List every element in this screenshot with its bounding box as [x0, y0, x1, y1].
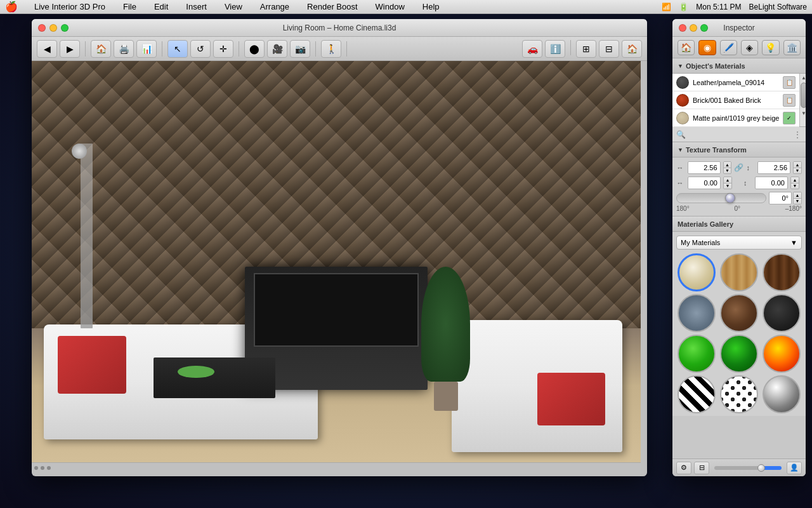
material-item-leather[interactable]: Leather/pamela_09014 📋: [672, 74, 799, 91]
tab-paint[interactable]: 🖊️: [720, 40, 737, 55]
menu-edit[interactable]: Edit: [150, 1, 172, 13]
tab-materials[interactable]: ◉: [698, 40, 716, 55]
material-item-matte[interactable]: Matte paint/1019 grey beige ✓: [672, 109, 799, 127]
plant: [421, 267, 470, 411]
offset-x-down[interactable]: ▼: [724, 184, 731, 189]
forward-button[interactable]: ▶: [60, 40, 80, 58]
menu-render-boost[interactable]: Render Boost: [303, 1, 362, 13]
materials-scrollbar[interactable]: ▲ ▼: [799, 74, 806, 126]
width-stepper[interactable]: ▲ ▼: [723, 161, 732, 174]
menu-arrange[interactable]: Arrange: [256, 1, 293, 13]
menubar: 🍎 Live Interior 3D Pro File Edit Insert …: [0, 0, 812, 14]
scroll-up-arrow[interactable]: ▲: [800, 74, 806, 81]
gallery-material-zebra[interactable]: [678, 375, 716, 413]
sofa-right[interactable]: [452, 320, 622, 451]
menu-help[interactable]: Help: [419, 1, 443, 13]
split-layout[interactable]: ⊟: [599, 40, 619, 58]
width-input[interactable]: 2.56: [688, 161, 721, 174]
tab-texture[interactable]: ◈: [741, 40, 758, 55]
rotation-input[interactable]: 0°: [769, 192, 792, 204]
height-input[interactable]: 2.56: [757, 161, 790, 174]
gallery-material-stone[interactable]: [678, 294, 716, 332]
camera-top[interactable]: 🎥: [267, 40, 287, 58]
rotate-tool[interactable]: ↺: [190, 40, 211, 58]
floorplan-button[interactable]: 🏠: [91, 40, 111, 58]
gallery-material-chrome[interactable]: [763, 375, 801, 413]
material-item-brick[interactable]: Brick/001 Baked Brick 📋: [672, 91, 799, 109]
gallery-material-brown-marble[interactable]: [720, 294, 758, 332]
close-button[interactable]: [38, 24, 46, 32]
gallery-material-wood-dark[interactable]: [763, 253, 801, 291]
inspector-traffic-lights: [679, 24, 708, 32]
fullscreen-layout[interactable]: ⊞: [576, 40, 596, 58]
toolbar-separator-2: [162, 41, 162, 57]
offset-y-down[interactable]: ▼: [791, 184, 799, 189]
tab-light[interactable]: 💡: [762, 40, 779, 55]
offset-x-input[interactable]: 0.00: [688, 177, 721, 189]
toolbar-separator-5: [346, 41, 347, 57]
menu-app[interactable]: Live Interior 3D Pro: [30, 1, 109, 13]
offset-y-up[interactable]: ▲: [791, 177, 799, 184]
apple-menu[interactable]: 🍎: [5, 1, 18, 13]
material-preview-matte: [676, 112, 689, 124]
gallery-material-green-bright[interactable]: [678, 335, 716, 373]
viewport[interactable]: [32, 61, 641, 472]
offset-y-stepper[interactable]: ▲ ▼: [790, 177, 799, 189]
offset-x-up[interactable]: ▲: [724, 177, 731, 184]
maximize-button[interactable]: [61, 24, 69, 32]
car-icon[interactable]: 🚗: [522, 40, 542, 58]
rotation-thumb[interactable]: [725, 193, 735, 203]
sphere-tool[interactable]: ⬤: [244, 40, 265, 58]
scene-button[interactable]: 🏠: [622, 40, 642, 58]
width-down[interactable]: ▼: [724, 168, 731, 174]
move-tool[interactable]: ✛: [213, 40, 233, 58]
inspector-minimize[interactable]: [690, 24, 697, 32]
gallery-dropdown[interactable]: My Materials ▼: [676, 236, 802, 250]
walk-button[interactable]: 🚶: [321, 40, 341, 58]
person-icon[interactable]: 👤: [787, 462, 802, 474]
gallery-material-wood-light[interactable]: [720, 253, 758, 291]
3dview-button[interactable]: 📊: [136, 40, 157, 58]
gallery-material-green-dark[interactable]: [720, 335, 758, 373]
rotation-slider[interactable]: [676, 193, 766, 203]
width-up[interactable]: ▲: [724, 162, 731, 168]
render-button[interactable]: 🖨️: [114, 40, 134, 58]
screenshot-button[interactable]: 📷: [290, 40, 310, 58]
height-down[interactable]: ▼: [794, 168, 801, 174]
coffee-table[interactable]: [154, 358, 275, 399]
info-button[interactable]: ℹ️: [545, 40, 565, 58]
tab-scene[interactable]: 🏛️: [783, 40, 801, 55]
height-stepper[interactable]: ▲ ▼: [793, 161, 802, 174]
rotation-up[interactable]: ▲: [794, 192, 801, 199]
minimize-button[interactable]: [49, 24, 57, 32]
add-material-button[interactable]: ⚙: [676, 462, 691, 474]
size-slider[interactable]: [714, 466, 782, 470]
gallery-material-dark[interactable]: [763, 294, 801, 332]
rotation-down[interactable]: ▼: [794, 199, 801, 204]
back-button[interactable]: ◀: [37, 40, 57, 58]
offset-y-input[interactable]: 0.00: [755, 177, 788, 189]
gallery-view-button[interactable]: ⊟: [694, 462, 709, 474]
size-slider-thumb[interactable]: [757, 464, 765, 472]
gallery-material-spots[interactable]: [720, 375, 758, 413]
eyedropper-icon[interactable]: 🔍: [676, 130, 686, 139]
rotation-max-label: –180°: [785, 205, 802, 212]
inspector-close[interactable]: [679, 24, 686, 32]
rotation-stepper[interactable]: ▲ ▼: [793, 192, 802, 204]
material-list: Leather/pamela_09014 📋 Brick/001 Baked B…: [672, 74, 799, 126]
scroll-down-arrow[interactable]: ▼: [800, 109, 806, 117]
menu-insert[interactable]: Insert: [182, 1, 211, 13]
gallery-material-fire[interactable]: [763, 335, 801, 373]
gallery-material-cream[interactable]: [678, 253, 716, 291]
menu-window[interactable]: Window: [372, 1, 409, 13]
height-up[interactable]: ▲: [794, 162, 801, 168]
menu-view[interactable]: View: [221, 1, 246, 13]
horizontal-scrollbar[interactable]: [32, 462, 641, 472]
filter-separator: ⋮: [793, 130, 802, 140]
menu-file[interactable]: File: [119, 1, 140, 13]
inspector-maximize[interactable]: [700, 24, 708, 32]
scrollbar-thumb[interactable]: [801, 83, 806, 108]
offset-x-stepper[interactable]: ▲ ▼: [723, 177, 732, 189]
tab-floorplan[interactable]: 🏠: [678, 40, 695, 55]
select-tool[interactable]: ↖: [167, 40, 188, 58]
